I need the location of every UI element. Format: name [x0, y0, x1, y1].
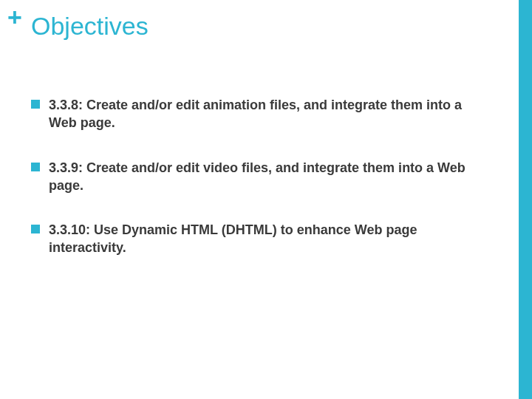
bullet-text: 3.3.8: Create and/or edit animation file… — [49, 96, 492, 132]
bullet-marker-icon — [31, 163, 40, 171]
bullet-list: 3.3.8: Create and/or edit animation file… — [31, 96, 492, 284]
bullet-text: 3.3.9: Create and/or edit video files, a… — [49, 159, 492, 195]
bullet-marker-icon — [31, 225, 40, 233]
page-title: Objectives — [31, 12, 149, 41]
bullet-text: 3.3.10: Use Dynamic HTML (DHTML) to enha… — [49, 221, 492, 257]
list-item: 3.3.10: Use Dynamic HTML (DHTML) to enha… — [31, 221, 492, 257]
list-item: 3.3.8: Create and/or edit animation file… — [31, 96, 492, 132]
accent-bar — [519, 0, 532, 399]
list-item: 3.3.9: Create and/or edit video files, a… — [31, 159, 492, 195]
bullet-marker-icon — [31, 100, 40, 109]
plus-icon: + — [7, 4, 22, 30]
